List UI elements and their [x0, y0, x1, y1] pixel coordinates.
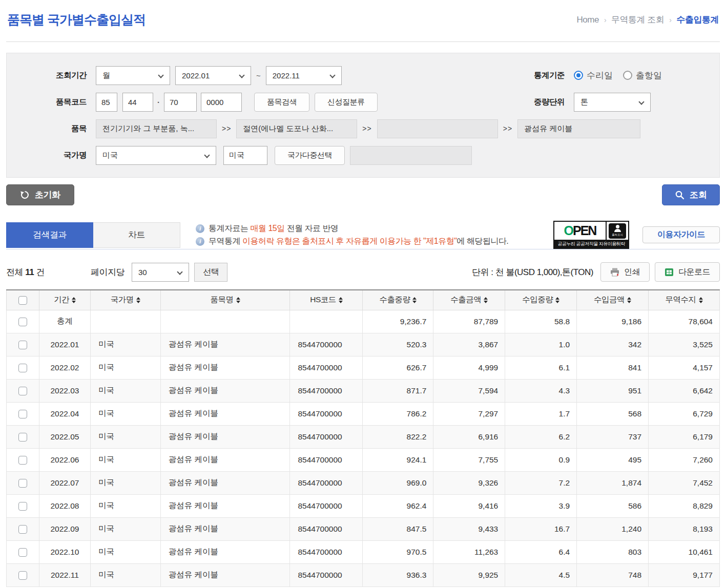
apply-per-page-button[interactable]: 선택	[194, 263, 227, 282]
select-all-checkbox[interactable]	[18, 296, 27, 305]
column-header-4[interactable]: HS코드	[290, 290, 363, 310]
row-checkbox[interactable]	[18, 364, 27, 372]
table-row: 2022.08미국광섬유 케이블8544700000962.49,4163.95…	[7, 494, 720, 517]
cell: 951	[577, 379, 649, 402]
cell: 미국	[90, 356, 160, 379]
row-checkbox[interactable]	[18, 502, 27, 511]
classification-button[interactable]: 신성질분류	[315, 93, 378, 112]
cell: 822.2	[363, 425, 433, 448]
cell: 미국	[90, 448, 160, 471]
breadcrumb-home[interactable]: Home	[577, 15, 599, 25]
period-from-select[interactable]: 2022.01	[175, 66, 251, 85]
table-row: 2022.04미국광섬유 케이블8544700000786.27,2971.75…	[7, 402, 720, 425]
stats-basis-options: 수리일 출항일	[574, 70, 662, 81]
row-checkbox[interactable]	[18, 410, 27, 418]
period-label: 조회기간	[14, 70, 87, 81]
user-guide-button[interactable]: 이용자가이드	[642, 226, 720, 243]
cell: 9,925	[433, 563, 505, 586]
reset-button[interactable]: 초기화	[6, 184, 74, 205]
cell: 미국	[90, 333, 160, 356]
cell: 9,326	[433, 471, 505, 494]
period-to-select[interactable]: 2022.11	[266, 66, 342, 85]
period-unit-select[interactable]: 월	[96, 66, 170, 85]
cell: 미국	[90, 471, 160, 494]
radio-acceptance-date[interactable]: 수리일	[574, 70, 613, 81]
kogl-open-license-badge[interactable]: OPEN 출처표시 공공누리 공공저작물 자유이용허락	[553, 221, 629, 249]
cell: 78,604	[649, 310, 720, 333]
cell: 7,297	[433, 402, 505, 425]
tab-search-results[interactable]: 검색결과	[6, 222, 93, 248]
item-code-label: 품목코드	[14, 97, 87, 108]
breadcrumb-trade-stats[interactable]: 무역통계 조회	[611, 14, 664, 26]
notice-line-1: i 통계자료는 매월 15일 전월 자료 반영	[196, 223, 508, 234]
hs-code-field-4[interactable]	[201, 93, 242, 112]
cell: 2022.07	[39, 471, 90, 494]
column-header-9[interactable]: 무역수지	[649, 290, 720, 310]
table-row: 2022.06미국광섬유 케이블8544700000924.17,7550.94…	[7, 448, 720, 471]
item-level1-field: 전기기기와 그 부분품, 녹...	[96, 119, 217, 138]
cell: 6.1	[505, 356, 577, 379]
column-header-1[interactable]: 기간	[39, 290, 90, 310]
cell	[290, 310, 363, 333]
row-checkbox[interactable]	[18, 387, 27, 395]
weight-unit-select[interactable]: 톤	[574, 93, 651, 112]
cell: 8544700000	[290, 356, 363, 379]
item-search-button[interactable]: 품목검색	[254, 93, 309, 112]
radio-unselected-icon[interactable]	[623, 71, 632, 80]
chevron-down-icon	[239, 72, 244, 78]
per-page-select[interactable]: 30	[132, 263, 189, 282]
cell: 8544700000	[290, 517, 363, 540]
per-page-label: 페이지당	[91, 266, 125, 278]
cell: 총계	[39, 310, 90, 333]
cell: 2022.04	[39, 402, 90, 425]
info-icon: i	[196, 237, 204, 246]
cell: 342	[577, 333, 649, 356]
country-multi-select-button[interactable]: 국가다중선택	[275, 146, 345, 165]
person-icon	[616, 225, 619, 228]
column-header-5[interactable]: 수출중량	[363, 290, 433, 310]
search-button[interactable]: 조회	[662, 184, 720, 205]
cell: 969.0	[363, 471, 433, 494]
cell: 3,867	[433, 333, 505, 356]
row-checkbox[interactable]	[18, 456, 27, 465]
cell: 8544700000	[290, 494, 363, 517]
cell: 7,260	[649, 448, 720, 471]
cell: 6,729	[649, 402, 720, 425]
column-header-2[interactable]: 국가명	[90, 290, 160, 310]
row-checkbox[interactable]	[18, 318, 27, 326]
radio-departure-date[interactable]: 출항일	[623, 70, 662, 81]
row-checkbox[interactable]	[18, 571, 27, 580]
table-row: 2022.03미국광섬유 케이블8544700000871.77,5944.39…	[7, 379, 720, 402]
cell: 7,594	[433, 379, 505, 402]
chevron-down-icon	[638, 99, 644, 104]
breadcrumb-separator-icon: ›	[604, 16, 606, 24]
row-checkbox[interactable]	[18, 525, 27, 534]
table-row: 2022.07미국광섬유 케이블8544700000969.09,3267.21…	[7, 471, 720, 494]
country-select[interactable]: 미국	[96, 146, 216, 165]
cell: 847.5	[363, 517, 433, 540]
cell: 2022.02	[39, 356, 90, 379]
page-title: 품목별 국가별수출입실적	[7, 11, 146, 28]
radio-selected-icon[interactable]	[574, 71, 583, 80]
print-button[interactable]: 인쇄	[600, 262, 650, 282]
row-checkbox[interactable]	[18, 341, 27, 349]
download-button[interactable]: 다운로드	[655, 262, 720, 282]
column-header-3[interactable]: 품목명	[160, 290, 290, 310]
hs-code-field-2[interactable]	[122, 93, 153, 112]
table-row: 총계9,236.787,78958.89,18678,604	[7, 310, 720, 333]
column-header-6[interactable]: 수출금액	[433, 290, 505, 310]
row-checkbox[interactable]	[18, 433, 27, 442]
column-header-7[interactable]: 수입중량	[505, 290, 577, 310]
unit-text: 단위 : 천 불(USD 1,000),톤(TON)	[472, 266, 593, 278]
country-input[interactable]	[223, 146, 267, 165]
cell: 8544700000	[290, 379, 363, 402]
cell: 936.3	[363, 563, 433, 586]
row-checkbox[interactable]	[18, 479, 27, 488]
cell: 6,916	[433, 425, 505, 448]
tab-chart[interactable]: 차트	[93, 222, 180, 248]
hs-code-field-3[interactable]	[164, 93, 197, 112]
hs-code-field-1[interactable]	[96, 93, 117, 112]
cell: 6,642	[649, 379, 720, 402]
row-checkbox[interactable]	[18, 548, 27, 557]
column-header-8[interactable]: 수입금액	[577, 290, 649, 310]
